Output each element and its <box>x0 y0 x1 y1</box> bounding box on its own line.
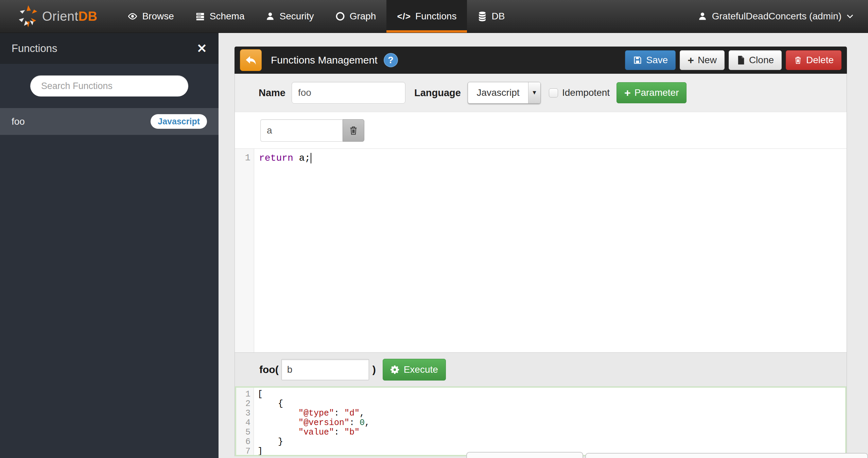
nav-label: Graph <box>350 11 376 22</box>
idempotent-label: Idempotent <box>562 87 610 98</box>
delete-label: Delete <box>806 55 834 66</box>
language-select-value: Javascript <box>468 82 528 103</box>
top-navbar: OrientDB Browse Schema Security Graph <box>0 0 868 33</box>
help-icon[interactable]: ? <box>384 53 398 67</box>
chevron-down-icon <box>846 14 854 19</box>
nav-item-security[interactable]: Security <box>255 0 324 33</box>
nav-label: Functions <box>415 11 456 22</box>
line-number: 6 <box>236 437 250 447</box>
line-number: 5 <box>236 428 250 437</box>
code-icon: </> <box>397 11 411 22</box>
panel-body: Name Language Javascript ▼ Idempotent + … <box>235 74 847 456</box>
clone-label: Clone <box>749 55 774 66</box>
nav-item-schema[interactable]: Schema <box>185 0 255 33</box>
execute-label: Execute <box>404 364 438 375</box>
parameters-section <box>235 112 847 148</box>
output-line: [ <box>258 390 845 399</box>
function-name: foo <box>12 116 25 127</box>
parameter-label: Parameter <box>635 87 679 98</box>
panel-header: Functions Management ? Save + New <box>235 47 847 74</box>
bottom-overlay-panel <box>466 452 583 458</box>
function-list-item[interactable]: foo Javascript <box>0 108 219 135</box>
orientdb-logo[interactable]: OrientDB <box>0 0 97 33</box>
output-line: "@type": "d", <box>258 409 845 418</box>
output-editor: 1 2 3 4 5 6 7 [ { "@type": "d", "@versio… <box>235 386 847 456</box>
code-keyword: return <box>259 153 293 163</box>
output-gutter: 1 2 3 4 5 6 7 <box>236 388 254 455</box>
logo-text: OrientDB <box>42 9 97 24</box>
eye-icon <box>127 11 138 21</box>
add-parameter-button[interactable]: + Parameter <box>617 82 687 103</box>
user-icon <box>265 12 275 21</box>
language-label: Language <box>414 87 461 99</box>
parameter-input[interactable] <box>260 119 343 142</box>
output-line: "@version": 0, <box>258 418 845 428</box>
delete-parameter-button[interactable] <box>343 119 364 142</box>
save-icon <box>633 55 642 65</box>
close-icon[interactable]: ✕ <box>197 42 207 55</box>
plus-icon: + <box>624 87 631 98</box>
line-number: 4 <box>236 418 250 428</box>
line-number: 1 <box>236 390 250 399</box>
idempotent-checkbox[interactable] <box>549 88 558 98</box>
line-number: 2 <box>236 399 250 409</box>
sidebar-search-section <box>0 64 219 108</box>
select-arrow-icon: ▼ <box>528 82 540 103</box>
circle-icon <box>335 11 345 21</box>
execute-button[interactable]: Execute <box>383 359 446 381</box>
back-button[interactable] <box>240 49 262 71</box>
schema-icon <box>195 11 205 21</box>
trash-icon <box>794 55 802 65</box>
functions-sidebar: Functions ✕ foo Javascript <box>0 33 219 458</box>
nav-label: Security <box>279 11 314 22</box>
output-line: } <box>258 437 845 447</box>
delete-button[interactable]: Delete <box>786 50 841 70</box>
sidebar-header: Functions ✕ <box>0 33 219 64</box>
bottom-overlay-panel <box>585 453 868 458</box>
user-label: GratefulDeadConcerts (admin) <box>712 11 841 22</box>
function-signature-open: foo( <box>259 364 279 375</box>
nav-item-browse[interactable]: Browse <box>117 0 184 33</box>
function-signature-close: ) <box>372 364 376 375</box>
line-number: 3 <box>236 409 250 418</box>
sidebar-title: Functions <box>12 42 57 55</box>
editor-code-area[interactable]: return a; <box>254 149 847 352</box>
database-icon <box>478 11 487 21</box>
code-text: a; <box>293 153 310 163</box>
page-title: Functions Management <box>271 54 378 66</box>
nav-menu: Browse Schema Security Graph </> Functio… <box>117 0 515 33</box>
name-field[interactable] <box>292 82 405 104</box>
argument-input[interactable] <box>281 359 369 380</box>
orientdb-star-icon <box>18 5 39 28</box>
gear-icon <box>390 365 400 374</box>
nav-item-graph[interactable]: Graph <box>325 0 387 33</box>
language-badge: Javascript <box>151 114 207 129</box>
editor-gutter: 1 <box>235 149 254 352</box>
nav-item-functions[interactable]: </> Functions <box>386 0 467 33</box>
plus-icon: + <box>688 55 694 66</box>
search-input[interactable] <box>30 75 188 96</box>
save-label: Save <box>646 55 668 66</box>
clone-button[interactable]: Clone <box>729 50 782 70</box>
line-number: 7 <box>236 447 250 456</box>
save-button[interactable]: Save <box>625 50 676 70</box>
nav-item-db[interactable]: DB <box>467 0 515 33</box>
user-icon <box>698 12 707 21</box>
name-label: Name <box>259 87 285 99</box>
output-code-area: [ { "@type": "d", "@version": 0, "value"… <box>254 388 845 455</box>
execute-section: foo( ) Execute <box>235 352 847 386</box>
header-actions: Save + New Clone Delete <box>625 50 841 70</box>
text-cursor <box>311 153 311 163</box>
back-arrow-icon <box>244 54 257 67</box>
output-line: "value": "b" <box>258 428 845 437</box>
trash-icon <box>348 125 359 136</box>
new-button[interactable]: + New <box>680 50 725 70</box>
code-editor: 1 return a; <box>235 148 847 352</box>
parameter-group <box>260 119 364 142</box>
file-icon <box>736 55 745 65</box>
output-line: { <box>258 399 845 409</box>
user-menu[interactable]: GratefulDeadConcerts (admin) <box>698 0 868 33</box>
main-area: Functions Management ? Save + New <box>219 33 868 458</box>
line-number: 1 <box>235 153 250 163</box>
language-select[interactable]: Javascript ▼ <box>468 82 541 104</box>
